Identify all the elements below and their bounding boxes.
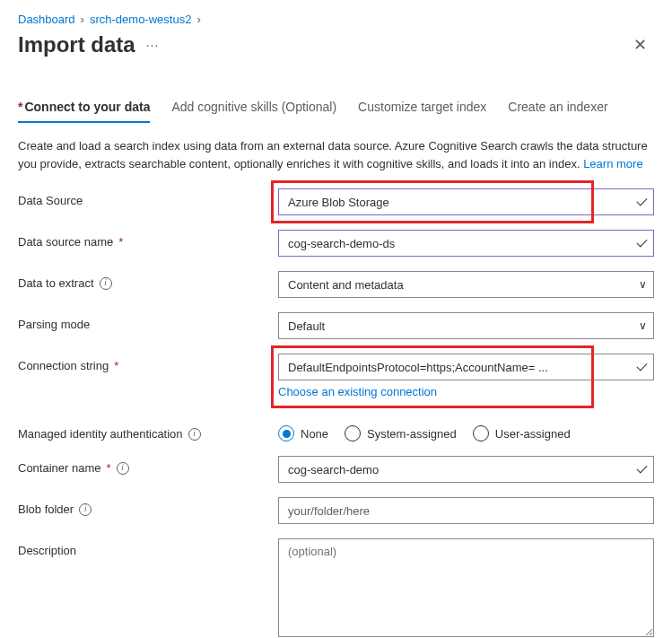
tab-cognitive-skills[interactable]: Add cognitive skills (Optional) <box>171 100 336 123</box>
tab-connect-data[interactable]: *Connect to your data <box>18 100 150 123</box>
row-parsing-mode: Parsing mode Default ∨ <box>18 312 654 339</box>
more-icon[interactable]: ··· <box>146 38 160 52</box>
required-indicator: * <box>114 359 118 372</box>
parsing-mode-select[interactable]: Default <box>278 312 654 339</box>
titlebar: Import data ··· ✕ <box>7 28 665 73</box>
breadcrumb: Dashboard › srch-demo-westus2 › <box>7 7 665 28</box>
data-source-label: Data Source <box>18 188 278 207</box>
learn-more-link[interactable]: Learn more <box>583 157 642 170</box>
data-to-extract-label: Data to extract i <box>18 271 278 290</box>
chevron-right-icon: › <box>196 13 200 26</box>
info-icon[interactable]: i <box>79 503 92 516</box>
description-textarea[interactable] <box>278 538 654 637</box>
connection-string-label: Connection string * <box>18 354 278 372</box>
blob-folder-input[interactable]: your/folder/here <box>278 497 654 524</box>
radio-icon <box>473 425 489 441</box>
row-description: Description <box>18 538 654 638</box>
row-data-to-extract: Data to extract i Content and metadata ∨ <box>18 271 654 298</box>
managed-identity-label: Managed identity authentication i <box>18 422 278 441</box>
info-icon[interactable]: i <box>117 462 129 475</box>
row-managed-identity: Managed identity authentication i None S… <box>18 422 654 441</box>
check-icon <box>637 366 647 369</box>
page-title: Import data <box>18 32 135 57</box>
radio-system-assigned[interactable]: System-assigned <box>345 425 457 441</box>
description-label: Description <box>18 538 278 557</box>
data-source-form: Data Source Azure Blob Storage Data sour… <box>7 188 665 638</box>
parsing-mode-label: Parsing mode <box>18 312 278 331</box>
radio-none[interactable]: None <box>278 425 328 441</box>
row-data-source: Data Source Azure Blob Storage <box>18 188 654 215</box>
data-source-name-input[interactable]: cog-search-demo-ds <box>278 230 654 257</box>
data-source-select[interactable]: Azure Blob Storage <box>278 188 654 215</box>
required-indicator: * <box>107 461 111 475</box>
tab-create-indexer[interactable]: Create an indexer <box>508 100 607 123</box>
choose-existing-connection-link[interactable]: Choose an existing connection <box>278 385 654 398</box>
breadcrumb-resource-link[interactable]: srch-demo-westus2 <box>90 13 191 26</box>
row-connection-string: Connection string * DefaultEndpointsProt… <box>18 354 654 398</box>
container-name-label: Container name * i <box>18 456 278 475</box>
required-indicator: * <box>118 235 123 249</box>
radio-user-assigned[interactable]: User-assigned <box>473 425 571 441</box>
container-name-input[interactable]: cog-search-demo <box>278 456 654 483</box>
radio-icon <box>278 425 294 441</box>
required-indicator: * <box>18 100 22 114</box>
close-icon[interactable]: ✕ <box>626 31 654 58</box>
radio-icon <box>345 425 361 441</box>
wizard-tabs: *Connect to your data Add cognitive skil… <box>7 73 665 123</box>
row-container-name: Container name * i cog-search-demo <box>18 456 654 483</box>
breadcrumb-dashboard-link[interactable]: Dashboard <box>18 13 75 26</box>
row-blob-folder: Blob folder i your/folder/here <box>18 497 654 524</box>
data-source-name-label: Data source name * <box>18 230 278 249</box>
tab-customize-index[interactable]: Customize target index <box>358 100 486 123</box>
managed-identity-radio-group: None System-assigned User-assigned <box>278 422 654 441</box>
check-icon <box>637 468 647 471</box>
info-icon[interactable]: i <box>100 277 112 290</box>
data-to-extract-select[interactable]: Content and metadata <box>278 271 654 298</box>
connection-string-input[interactable]: DefaultEndpointsProtocol=https;AccountNa… <box>278 354 654 380</box>
chevron-right-icon: › <box>81 13 84 26</box>
check-icon <box>637 201 647 204</box>
check-icon <box>637 242 647 245</box>
blob-folder-label: Blob folder i <box>18 497 278 516</box>
row-data-source-name: Data source name * cog-search-demo-ds <box>18 230 654 257</box>
info-icon[interactable]: i <box>188 428 201 441</box>
intro-text: Create and load a search index using dat… <box>7 123 665 188</box>
